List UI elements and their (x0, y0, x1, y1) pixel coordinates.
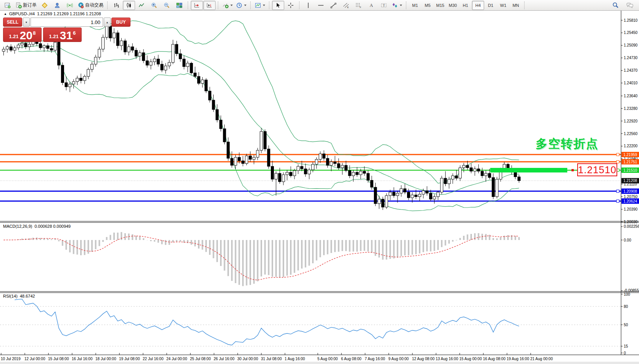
tile-windows-icon (176, 2, 182, 8)
timeframe-m5[interactable]: M5 (422, 1, 434, 10)
clock-icon (236, 2, 242, 8)
templates-button[interactable] (253, 1, 267, 10)
timeframe-m1[interactable]: M1 (409, 1, 421, 10)
buy-price-sup: 6 (73, 30, 76, 36)
line-chart-icon (138, 2, 145, 8)
zoom-in-button[interactable] (148, 1, 160, 10)
svg-text:50: 50 (624, 323, 628, 327)
one-click-trading-panel: SELL ▼ ▲ BUY 1.21 20 8 1.21 31 6 (3, 18, 82, 42)
new-order-label: 新订单 (23, 2, 37, 8)
svg-text:19 Aug 16:00: 19 Aug 16:00 (507, 357, 529, 361)
symbol-info-bar[interactable]: ▲ GBPUSD-,H4 1.21269 1.21269 1.21196 1.2… (4, 11, 101, 16)
toolbar-separator (299, 2, 300, 9)
svg-text:1.25810: 1.25810 (624, 18, 638, 23)
timeframe-m15[interactable]: M15 (434, 1, 446, 10)
chevron-down-icon (244, 5, 246, 6)
chart-canvas[interactable]: 1.258101.254501.250901.247301.243701.240… (0, 0, 639, 364)
chevron-down-icon (400, 5, 402, 6)
vertical-line-button[interactable] (302, 1, 314, 10)
auto-trading-label: 自动交易 (85, 2, 103, 8)
svg-text:1.23640: 1.23640 (624, 94, 638, 98)
line-chart-button[interactable] (135, 1, 148, 10)
sell-price-big: 20 (20, 31, 32, 40)
auto-scroll-button[interactable] (203, 1, 216, 10)
chevron-down-icon (230, 5, 233, 6)
buy-button[interactable]: BUY (111, 18, 130, 27)
svg-text:12 Aug 08:00: 12 Aug 08:00 (412, 357, 435, 361)
svg-text:15: 15 (624, 344, 628, 348)
zoom-out-button[interactable] (161, 1, 173, 10)
toolbar-separator (406, 2, 407, 9)
rsi-header: RSI(14) 48.6742 (3, 294, 35, 298)
quotes-button[interactable] (39, 1, 51, 10)
volume-up-button[interactable]: ▲ (104, 18, 111, 27)
svg-text:0.00: 0.00 (624, 238, 631, 242)
fibonacci-button[interactable]: F (352, 1, 365, 10)
svg-text:80: 80 (624, 304, 628, 309)
svg-text:15 Aug 00:00: 15 Aug 00:00 (459, 357, 482, 361)
macd-header: MACD(12,26,9) 0.000628 0.000949 (3, 224, 71, 229)
timeframe-w1[interactable]: W1 (497, 1, 509, 10)
turning-point-annotation[interactable]: 多空转折点 (536, 136, 599, 152)
cursor-button[interactable] (272, 1, 284, 10)
channel-button[interactable]: E (340, 1, 352, 10)
chart-window-icon[interactable] (2, 1, 14, 10)
tile-windows-button[interactable] (173, 1, 185, 10)
trendline-button[interactable] (327, 1, 340, 10)
buy-price-tile[interactable]: 1.21 31 6 (43, 27, 82, 42)
quotes-icon (42, 2, 48, 8)
chart-shift-button[interactable] (191, 1, 203, 10)
symbol-ohlc: 1.21269 1.21269 1.21196 1.21208 (37, 11, 101, 16)
indicators-button[interactable] (221, 1, 234, 10)
collapse-icon[interactable]: ▲ (4, 12, 7, 16)
buy-price-big: 31 (60, 31, 72, 40)
timeframe-mn[interactable]: MN (510, 1, 522, 10)
new-order-button[interactable]: 新订单 (14, 1, 38, 10)
volume-input[interactable] (31, 18, 103, 27)
text-label-button[interactable]: T (378, 1, 390, 10)
timeframe-h1[interactable]: H1 (459, 1, 472, 10)
price-label-box[interactable]: 1.21510 (577, 163, 617, 176)
profile-button[interactable] (51, 1, 63, 10)
text-button[interactable]: A (365, 1, 377, 10)
signals-button[interactable] (64, 1, 76, 10)
timeframe-m30[interactable]: M30 (447, 1, 459, 10)
svg-text:0.002256: 0.002256 (624, 224, 639, 229)
svg-text:A: A (370, 3, 373, 8)
toolbar-separator (269, 2, 270, 9)
chat-icon (626, 2, 633, 8)
cursor-icon (275, 2, 281, 8)
chat-button[interactable] (624, 1, 636, 10)
fibonacci-icon: F (356, 2, 362, 8)
profile-icon (54, 2, 60, 8)
crosshair-icon (288, 2, 294, 8)
svg-text:1.24730: 1.24730 (624, 56, 638, 60)
auto-trading-button[interactable]: 自动交易 (76, 1, 105, 10)
text-label-icon: T (381, 2, 387, 8)
svg-text:15 Jul 08:00: 15 Jul 08:00 (48, 357, 69, 361)
indicators-icon (222, 2, 229, 8)
svg-text:1.24010: 1.24010 (624, 81, 638, 85)
periods-button[interactable] (235, 1, 248, 10)
svg-text:31 Jul 08:00: 31 Jul 08:00 (261, 357, 282, 361)
timeframe-h4[interactable]: H4 (472, 1, 484, 10)
svg-text:24 Jul 00:00: 24 Jul 00:00 (166, 357, 187, 361)
text-icon: A (368, 2, 374, 8)
rsi-name: RSI(14) (3, 294, 18, 298)
volume-down-button[interactable]: ▼ (23, 18, 30, 27)
timeframe-d1[interactable]: D1 (484, 1, 497, 10)
bars-chart-button[interactable] (110, 1, 122, 10)
search-button[interactable] (609, 1, 621, 10)
toolbar-separator (218, 2, 219, 9)
candlestick-chart-button[interactable] (123, 1, 135, 10)
sell-button[interactable]: SELL (3, 18, 22, 27)
new-order-icon (16, 2, 22, 8)
sell-price-tile[interactable]: 1.21 20 8 (3, 27, 42, 42)
bars-chart-icon (113, 2, 119, 8)
svg-text:1.24370: 1.24370 (624, 68, 638, 72)
arrows-button[interactable] (390, 1, 404, 10)
crosshair-button[interactable] (285, 1, 297, 10)
horizontal-line-button[interactable] (315, 1, 327, 10)
auto-scroll-icon (206, 2, 212, 8)
rsi-value: 48.6742 (20, 294, 35, 298)
